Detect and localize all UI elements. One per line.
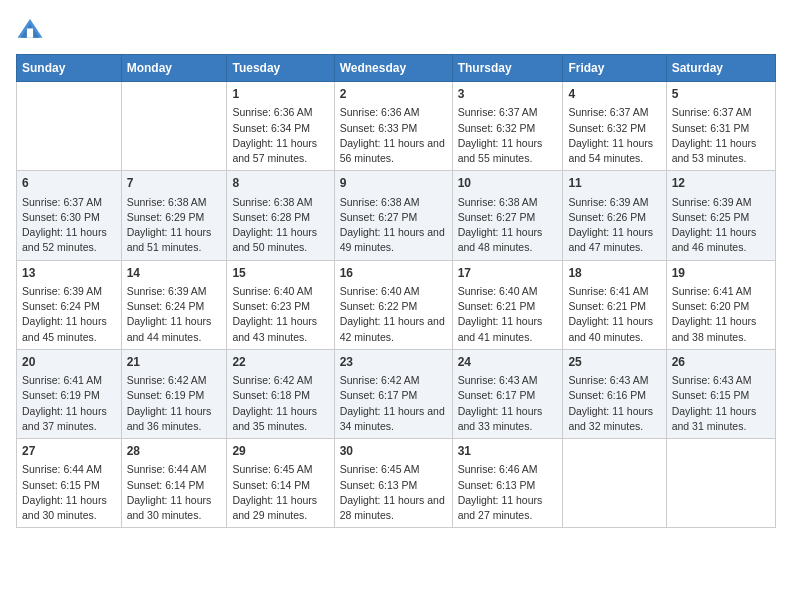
calendar-cell: 1Sunrise: 6:36 AM Sunset: 6:34 PM Daylig… bbox=[227, 82, 334, 171]
calendar-cell: 21Sunrise: 6:42 AM Sunset: 6:19 PM Dayli… bbox=[121, 349, 227, 438]
header-thursday: Thursday bbox=[452, 55, 563, 82]
calendar-cell: 11Sunrise: 6:39 AM Sunset: 6:26 PM Dayli… bbox=[563, 171, 666, 260]
day-number: 4 bbox=[568, 86, 660, 103]
day-content: Sunrise: 6:46 AM Sunset: 6:13 PM Dayligh… bbox=[458, 462, 558, 523]
calendar-week-row: 6Sunrise: 6:37 AM Sunset: 6:30 PM Daylig… bbox=[17, 171, 776, 260]
calendar-cell: 18Sunrise: 6:41 AM Sunset: 6:21 PM Dayli… bbox=[563, 260, 666, 349]
calendar-cell: 25Sunrise: 6:43 AM Sunset: 6:16 PM Dayli… bbox=[563, 349, 666, 438]
calendar-cell bbox=[17, 82, 122, 171]
day-content: Sunrise: 6:37 AM Sunset: 6:32 PM Dayligh… bbox=[458, 105, 558, 166]
day-content: Sunrise: 6:38 AM Sunset: 6:29 PM Dayligh… bbox=[127, 195, 222, 256]
day-number: 19 bbox=[672, 265, 770, 282]
day-number: 26 bbox=[672, 354, 770, 371]
day-content: Sunrise: 6:43 AM Sunset: 6:15 PM Dayligh… bbox=[672, 373, 770, 434]
day-content: Sunrise: 6:43 AM Sunset: 6:17 PM Dayligh… bbox=[458, 373, 558, 434]
day-content: Sunrise: 6:39 AM Sunset: 6:26 PM Dayligh… bbox=[568, 195, 660, 256]
header-saturday: Saturday bbox=[666, 55, 775, 82]
calendar-cell: 2Sunrise: 6:36 AM Sunset: 6:33 PM Daylig… bbox=[334, 82, 452, 171]
header-monday: Monday bbox=[121, 55, 227, 82]
day-number: 12 bbox=[672, 175, 770, 192]
day-number: 15 bbox=[232, 265, 328, 282]
day-number: 21 bbox=[127, 354, 222, 371]
day-content: Sunrise: 6:39 AM Sunset: 6:24 PM Dayligh… bbox=[127, 284, 222, 345]
calendar-table: SundayMondayTuesdayWednesdayThursdayFrid… bbox=[16, 54, 776, 528]
calendar-week-row: 20Sunrise: 6:41 AM Sunset: 6:19 PM Dayli… bbox=[17, 349, 776, 438]
day-content: Sunrise: 6:39 AM Sunset: 6:25 PM Dayligh… bbox=[672, 195, 770, 256]
calendar-cell: 28Sunrise: 6:44 AM Sunset: 6:14 PM Dayli… bbox=[121, 439, 227, 528]
header-wednesday: Wednesday bbox=[334, 55, 452, 82]
day-number: 7 bbox=[127, 175, 222, 192]
day-content: Sunrise: 6:41 AM Sunset: 6:19 PM Dayligh… bbox=[22, 373, 116, 434]
day-number: 6 bbox=[22, 175, 116, 192]
day-content: Sunrise: 6:40 AM Sunset: 6:22 PM Dayligh… bbox=[340, 284, 447, 345]
calendar-cell bbox=[563, 439, 666, 528]
logo bbox=[16, 16, 48, 44]
calendar-cell: 30Sunrise: 6:45 AM Sunset: 6:13 PM Dayli… bbox=[334, 439, 452, 528]
calendar-week-row: 1Sunrise: 6:36 AM Sunset: 6:34 PM Daylig… bbox=[17, 82, 776, 171]
day-number: 8 bbox=[232, 175, 328, 192]
day-content: Sunrise: 6:40 AM Sunset: 6:23 PM Dayligh… bbox=[232, 284, 328, 345]
calendar-cell bbox=[121, 82, 227, 171]
day-content: Sunrise: 6:38 AM Sunset: 6:27 PM Dayligh… bbox=[458, 195, 558, 256]
day-number: 3 bbox=[458, 86, 558, 103]
calendar-cell: 9Sunrise: 6:38 AM Sunset: 6:27 PM Daylig… bbox=[334, 171, 452, 260]
day-content: Sunrise: 6:45 AM Sunset: 6:13 PM Dayligh… bbox=[340, 462, 447, 523]
day-number: 24 bbox=[458, 354, 558, 371]
calendar-week-row: 13Sunrise: 6:39 AM Sunset: 6:24 PM Dayli… bbox=[17, 260, 776, 349]
day-number: 5 bbox=[672, 86, 770, 103]
day-content: Sunrise: 6:41 AM Sunset: 6:21 PM Dayligh… bbox=[568, 284, 660, 345]
calendar-cell: 29Sunrise: 6:45 AM Sunset: 6:14 PM Dayli… bbox=[227, 439, 334, 528]
calendar-cell: 8Sunrise: 6:38 AM Sunset: 6:28 PM Daylig… bbox=[227, 171, 334, 260]
calendar-cell: 4Sunrise: 6:37 AM Sunset: 6:32 PM Daylig… bbox=[563, 82, 666, 171]
day-content: Sunrise: 6:42 AM Sunset: 6:18 PM Dayligh… bbox=[232, 373, 328, 434]
day-content: Sunrise: 6:37 AM Sunset: 6:30 PM Dayligh… bbox=[22, 195, 116, 256]
day-number: 13 bbox=[22, 265, 116, 282]
day-content: Sunrise: 6:44 AM Sunset: 6:14 PM Dayligh… bbox=[127, 462, 222, 523]
calendar-cell: 24Sunrise: 6:43 AM Sunset: 6:17 PM Dayli… bbox=[452, 349, 563, 438]
day-number: 31 bbox=[458, 443, 558, 460]
day-number: 28 bbox=[127, 443, 222, 460]
day-content: Sunrise: 6:39 AM Sunset: 6:24 PM Dayligh… bbox=[22, 284, 116, 345]
calendar-cell: 23Sunrise: 6:42 AM Sunset: 6:17 PM Dayli… bbox=[334, 349, 452, 438]
calendar-cell: 16Sunrise: 6:40 AM Sunset: 6:22 PM Dayli… bbox=[334, 260, 452, 349]
header-tuesday: Tuesday bbox=[227, 55, 334, 82]
calendar-cell: 15Sunrise: 6:40 AM Sunset: 6:23 PM Dayli… bbox=[227, 260, 334, 349]
day-number: 14 bbox=[127, 265, 222, 282]
calendar-cell: 19Sunrise: 6:41 AM Sunset: 6:20 PM Dayli… bbox=[666, 260, 775, 349]
calendar-header-row: SundayMondayTuesdayWednesdayThursdayFrid… bbox=[17, 55, 776, 82]
day-content: Sunrise: 6:43 AM Sunset: 6:16 PM Dayligh… bbox=[568, 373, 660, 434]
day-number: 23 bbox=[340, 354, 447, 371]
calendar-cell: 17Sunrise: 6:40 AM Sunset: 6:21 PM Dayli… bbox=[452, 260, 563, 349]
calendar-cell: 14Sunrise: 6:39 AM Sunset: 6:24 PM Dayli… bbox=[121, 260, 227, 349]
calendar-cell: 7Sunrise: 6:38 AM Sunset: 6:29 PM Daylig… bbox=[121, 171, 227, 260]
calendar-cell: 31Sunrise: 6:46 AM Sunset: 6:13 PM Dayli… bbox=[452, 439, 563, 528]
day-number: 11 bbox=[568, 175, 660, 192]
calendar-cell: 5Sunrise: 6:37 AM Sunset: 6:31 PM Daylig… bbox=[666, 82, 775, 171]
calendar-cell: 26Sunrise: 6:43 AM Sunset: 6:15 PM Dayli… bbox=[666, 349, 775, 438]
day-number: 17 bbox=[458, 265, 558, 282]
day-content: Sunrise: 6:36 AM Sunset: 6:33 PM Dayligh… bbox=[340, 105, 447, 166]
calendar-cell: 6Sunrise: 6:37 AM Sunset: 6:30 PM Daylig… bbox=[17, 171, 122, 260]
day-content: Sunrise: 6:37 AM Sunset: 6:32 PM Dayligh… bbox=[568, 105, 660, 166]
calendar-cell: 22Sunrise: 6:42 AM Sunset: 6:18 PM Dayli… bbox=[227, 349, 334, 438]
calendar-cell: 3Sunrise: 6:37 AM Sunset: 6:32 PM Daylig… bbox=[452, 82, 563, 171]
day-number: 2 bbox=[340, 86, 447, 103]
day-number: 16 bbox=[340, 265, 447, 282]
day-number: 18 bbox=[568, 265, 660, 282]
day-content: Sunrise: 6:38 AM Sunset: 6:28 PM Dayligh… bbox=[232, 195, 328, 256]
day-number: 30 bbox=[340, 443, 447, 460]
day-number: 10 bbox=[458, 175, 558, 192]
page-header bbox=[16, 16, 776, 44]
day-number: 20 bbox=[22, 354, 116, 371]
calendar-cell: 20Sunrise: 6:41 AM Sunset: 6:19 PM Dayli… bbox=[17, 349, 122, 438]
day-number: 1 bbox=[232, 86, 328, 103]
day-content: Sunrise: 6:40 AM Sunset: 6:21 PM Dayligh… bbox=[458, 284, 558, 345]
day-number: 22 bbox=[232, 354, 328, 371]
day-number: 9 bbox=[340, 175, 447, 192]
header-friday: Friday bbox=[563, 55, 666, 82]
day-number: 25 bbox=[568, 354, 660, 371]
header-sunday: Sunday bbox=[17, 55, 122, 82]
day-content: Sunrise: 6:44 AM Sunset: 6:15 PM Dayligh… bbox=[22, 462, 116, 523]
day-content: Sunrise: 6:41 AM Sunset: 6:20 PM Dayligh… bbox=[672, 284, 770, 345]
day-content: Sunrise: 6:36 AM Sunset: 6:34 PM Dayligh… bbox=[232, 105, 328, 166]
